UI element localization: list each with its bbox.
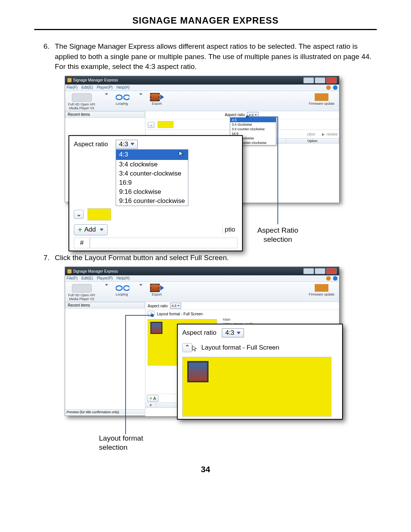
zoom-aspect-select[interactable]: 4:3 [116, 140, 138, 149]
zoom2-collapse-button[interactable]: ⌃ [182, 343, 192, 352]
minimize-button[interactable] [303, 77, 314, 83]
chevron-down-icon [100, 228, 104, 231]
zoom2-layout-label: Layout format - Full Screen [201, 344, 279, 351]
player-icon [72, 284, 92, 292]
step-7-text: Click the Layout Format button and selec… [55, 253, 377, 263]
menu-help[interactable]: Help(H) [116, 276, 129, 281]
menu-edit[interactable]: Edit(E) [81, 276, 93, 281]
window-title: Signage Manager Express [73, 78, 118, 82]
toolbar-2: Full HD Open API Media Player V2 Looping… [65, 282, 339, 302]
chevron-down-icon [131, 143, 134, 145]
zoom-option-16-9[interactable]: 16:9 [116, 178, 188, 187]
zoom-layout-thumb[interactable] [88, 208, 111, 220]
tool-looping-label: Looping [114, 102, 129, 105]
step-6-num: 6. [34, 42, 55, 72]
layout-thumbnail[interactable] [158, 121, 174, 128]
close-button[interactable] [326, 268, 337, 274]
step-7-num: 7. [34, 253, 55, 263]
zoom-opt-fragment: ptio [222, 225, 237, 234]
chevron-down-icon[interactable] [105, 284, 108, 286]
window-titlebar-2: Signage Manager Express [65, 267, 339, 275]
plus-icon: + [78, 226, 82, 234]
maximize-button[interactable] [315, 268, 325, 274]
page-title: Signage Manager Express [34, 15, 377, 30]
menu-help[interactable]: Help(H) [116, 85, 129, 90]
chevron-down-icon[interactable] [139, 93, 142, 95]
chevron-down-icon [237, 332, 241, 334]
toolbar: Full HD Open API Media Player V2 Looping… [65, 91, 339, 111]
cursor-icon [191, 345, 198, 354]
zoom-expand-button[interactable]: ⌄ [74, 210, 84, 219]
aspect-ratio-select[interactable]: 4:3 [170, 303, 182, 309]
maximize-button[interactable] [315, 77, 325, 83]
step-7: 7. Click the Layout Format button and se… [34, 253, 377, 263]
tool-firmware[interactable]: Firmware update [309, 284, 335, 296]
app-icon [67, 269, 72, 273]
expand-button[interactable]: ⌄ [148, 122, 155, 128]
help-icon[interactable] [326, 85, 331, 90]
page-number: 34 [34, 465, 377, 474]
collapse-button[interactable]: ⌃ [148, 311, 155, 317]
tool-player[interactable]: Full HD Open API Media Player V2 [68, 284, 95, 301]
sidebar-2: Recent items Preview (for title confirma… [65, 302, 145, 416]
tool-looping[interactable]: Looping [114, 93, 129, 105]
menubar-2: File(F) Edit(E) Player(P) Help(H) [65, 275, 339, 282]
menu-file[interactable]: File(F) [67, 85, 78, 90]
preview-bar: Preview (for title confirmation only) [65, 409, 145, 414]
minimize-button[interactable] [303, 268, 314, 274]
tool-firmware-label: Firmware update [309, 102, 335, 105]
zoom-option-9-16-cw[interactable]: 9:16 clockwise [116, 187, 188, 197]
chevron-down-icon [255, 114, 257, 116]
col-option: Option [286, 139, 339, 143]
tool-looping[interactable]: Looping [114, 284, 129, 296]
zoom-aspect-value: 4:3 [119, 141, 128, 148]
layout-format-label: Layout format - Full Screen [157, 312, 203, 316]
review-fragment: review [327, 132, 338, 136]
chevron-down-icon[interactable] [139, 284, 142, 286]
recent-items-header: Recent items [65, 111, 145, 118]
help-icon[interactable] [326, 276, 331, 281]
aspect-option-3-4-ccw[interactable]: 3:4 counter-clockwise [230, 127, 276, 131]
col-hash: # [145, 403, 156, 407]
firmware-icon [315, 93, 328, 101]
callout-aspect-ratio: Aspect Ratioselection [251, 226, 304, 244]
zoom-add-label: Add [84, 226, 96, 233]
zoom-option-4-3[interactable]: 4:3 [116, 150, 188, 160]
zoom2-aspect-select[interactable]: 4:3 [222, 328, 244, 337]
tool-export[interactable]: Export [148, 93, 165, 105]
zoom-aspect-dropdown: 4:3 3:4 clockwise 3:4 counter-clockwise … [116, 149, 188, 206]
zoom-add-button[interactable]: + Add [74, 224, 108, 235]
media-thumb-icon [150, 322, 162, 334]
plus-icon: + [150, 396, 152, 401]
info-icon[interactable] [333, 85, 338, 90]
tool-export-label: Export [148, 102, 165, 105]
info-icon[interactable] [333, 276, 338, 281]
media-thumb-icon [187, 361, 209, 382]
zoom2-layout-preview[interactable] [182, 357, 331, 417]
aspect-ratio-label: Aspect ratio [148, 304, 168, 308]
zoom-option-9-16-ccw[interactable]: 9:16 counter-clockwise [116, 197, 188, 206]
menu-file[interactable]: File(F) [67, 276, 78, 281]
aspect-option-4-3[interactable]: 4:3 [230, 118, 276, 122]
step-6: 6. The Signage Manager Express allows di… [34, 42, 377, 72]
chevron-down-icon[interactable] [105, 93, 108, 95]
chevron-down-icon [177, 305, 180, 307]
export-icon [148, 93, 165, 101]
app-icon [67, 78, 72, 82]
zoom2-aspect-label: Aspect ratio [182, 329, 217, 336]
menu-player[interactable]: Player(P) [97, 276, 113, 281]
cursor-icon [178, 150, 185, 159]
zoom-option-3-4-cw[interactable]: 3:4 clockwise [116, 160, 188, 169]
menu-player[interactable]: Player(P) [97, 85, 113, 90]
menu-edit[interactable]: Edit(E) [81, 85, 93, 90]
aspect-option-3-4-cw[interactable]: 3:4 clockwise [230, 122, 276, 127]
tool-export[interactable]: Export [148, 284, 165, 296]
tool-firmware[interactable]: Firmware update [309, 93, 335, 105]
add-button[interactable]: +A [147, 395, 159, 402]
aspect-ratio-value: 4:3 [249, 113, 253, 117]
tool-player-label1: Full HD Open API [68, 102, 95, 106]
close-button[interactable] [326, 77, 337, 83]
zoom-aspect-label: Aspect ratio [74, 141, 108, 148]
tool-player[interactable]: Full HD Open API Media Player V2 [68, 93, 95, 110]
zoom-option-3-4-ccw[interactable]: 3:4 counter-clockwise [116, 169, 188, 178]
